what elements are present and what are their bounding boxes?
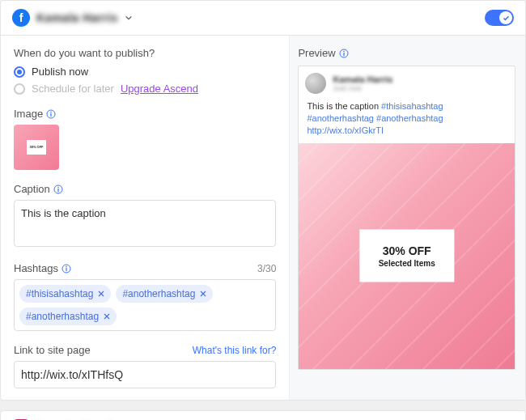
caption-label-row: Caption <box>14 183 276 195</box>
hashtags-label-row: Hashtags 3/30 <box>14 262 276 274</box>
facebook-preview-pane: Preview Kamala Harris Just now This is t… <box>289 36 525 400</box>
hashtags-input[interactable]: #thisisahashtag #anotherhashtag #another… <box>14 279 276 331</box>
hashtag-chip: #anotherhashtag <box>116 285 213 303</box>
link-label-row: Link to site page What's this link for? <box>14 344 276 356</box>
link-label: Link to site page <box>14 344 91 356</box>
preview-title-row: Preview <box>298 47 515 59</box>
preview-image: 30% OFF Selected Items <box>299 143 515 370</box>
hashtags-count: 3/30 <box>257 263 276 274</box>
facebook-header: f Kamala Harris <box>1 1 525 36</box>
svg-point-4 <box>57 186 59 188</box>
chip-remove-icon[interactable] <box>104 313 110 320</box>
preview-promo-box: 30% OFF Selected Items <box>359 230 454 282</box>
info-icon[interactable] <box>53 185 63 194</box>
check-icon <box>503 15 510 22</box>
info-icon[interactable] <box>46 109 56 119</box>
preview-post: Kamala Harris Just now This is the capti… <box>298 66 515 370</box>
publish-title: When do you want to publish? <box>14 47 276 59</box>
svg-rect-2 <box>51 113 52 117</box>
preview-account-name: Kamala Harris <box>333 74 392 84</box>
image-thumbnail[interactable]: 30% OFF <box>14 125 59 170</box>
facebook-account-selector[interactable]: f Kamala Harris <box>12 9 133 27</box>
image-label-row: Image <box>14 108 276 120</box>
preview-label: Preview <box>298 47 335 59</box>
facebook-account-name: Kamala Harris <box>36 11 118 24</box>
svg-point-7 <box>66 265 67 267</box>
radio-checked-icon <box>14 66 25 78</box>
svg-rect-8 <box>66 268 66 271</box>
facebook-panel: f Kamala Harris When do you want to publ… <box>0 0 526 401</box>
radio-unchecked-icon <box>14 83 25 95</box>
preview-post-header: Kamala Harris Just now <box>299 66 515 100</box>
thumb-promo: 30% OFF <box>27 140 46 155</box>
chevron-down-icon <box>125 14 133 22</box>
chip-remove-icon[interactable] <box>98 291 104 297</box>
svg-point-10 <box>343 50 345 52</box>
chip-remove-icon[interactable] <box>200 291 206 297</box>
preview-timestamp: Just now <box>333 84 392 92</box>
hashtag-chip: #anotherhashtag <box>19 308 117 325</box>
hashtag-chip: #thisisahashtag <box>19 285 111 303</box>
facebook-body: When do you want to publish? Publish now… <box>1 36 525 400</box>
upgrade-link[interactable]: Upgrade Ascend <box>121 83 198 95</box>
hashtags-label: Hashtags <box>14 262 58 274</box>
link-input[interactable] <box>14 361 276 388</box>
info-icon[interactable] <box>339 49 349 58</box>
image-label: Image <box>14 108 43 120</box>
caption-input[interactable] <box>14 200 276 247</box>
svg-rect-11 <box>343 53 344 56</box>
facebook-icon: f <box>12 9 30 27</box>
instagram-panel: kamala_harris When do you want to publis… <box>0 410 526 420</box>
info-icon[interactable] <box>62 264 71 274</box>
link-help-link[interactable]: What's this link for? <box>193 345 277 356</box>
caption-label: Caption <box>14 183 50 195</box>
svg-rect-5 <box>57 189 58 192</box>
facebook-toggle[interactable] <box>485 10 514 26</box>
instagram-header: kamala_harris <box>1 411 525 420</box>
facebook-form: When do you want to publish? Publish now… <box>1 36 289 400</box>
avatar <box>305 73 326 94</box>
svg-point-1 <box>50 111 52 112</box>
schedule-later-option: Schedule for later Upgrade Ascend <box>14 83 276 95</box>
preview-caption: This is the caption #thisisahashtag #ano… <box>299 100 515 143</box>
publish-now-option[interactable]: Publish now <box>14 66 276 78</box>
